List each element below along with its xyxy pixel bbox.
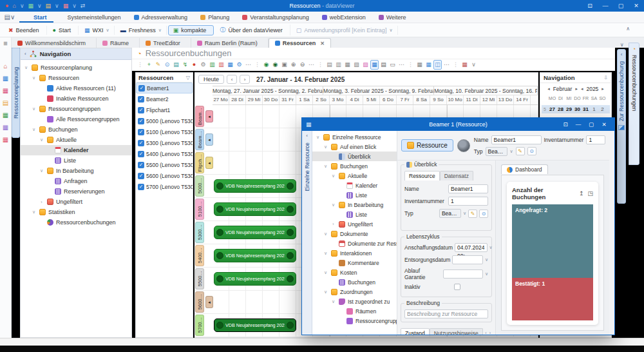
prev-period-button[interactable]: ‹: [227, 75, 237, 84]
tab-scroll-next-icon[interactable]: ›: [489, 331, 491, 335]
booking-event-bar[interactable]: VDB Neujahresempfang 2025 - 0%: [214, 272, 296, 286]
prev-year-icon[interactable]: ◂: [581, 86, 583, 92]
dialog-window-control-button[interactable]: ▢: [585, 121, 598, 128]
tree-expander-icon[interactable]: ∨: [330, 173, 336, 179]
rail-app-icon[interactable]: ▦: [3, 124, 8, 131]
row-resource-label[interactable]: Flipch…: [195, 152, 204, 173]
rail-app-icon[interactable]: ⌂: [3, 63, 7, 70]
day-header-cell[interactable]: 3 Mo: [330, 95, 346, 104]
back-to-booking-strip[interactable]: ‹ Zur Ressourcenbuchung: [617, 49, 626, 204]
window-control-button[interactable]: ⊡: [582, 3, 598, 9]
dashboard-tab[interactable]: Dashboard: [501, 164, 548, 174]
checkbox-checked-icon[interactable]: ✓: [138, 85, 145, 92]
tree-item[interactable]: ∨ Ressourcenplanung: [21, 63, 131, 73]
ribbon-tab[interactable]: Weitere: [372, 12, 413, 23]
rail-app-icon[interactable]: ▦: [3, 88, 8, 94]
toolbar-icon[interactable]: ▦: [424, 61, 433, 69]
quick-access-icon[interactable]: ∨: [72, 3, 77, 9]
type-select[interactable]: Bea…: [486, 147, 507, 156]
toolbar-icon[interactable]: ⋯: [397, 61, 406, 69]
ribbon-tab[interactable]: Systemeinstellungen: [53, 12, 128, 23]
ribbon-tab[interactable]: webExtension: [316, 12, 372, 23]
booking-event-bar[interactable]: VDB Neujahresempfang 2025 - 0%: [214, 202, 296, 216]
tree-expander-icon[interactable]: ∨: [31, 75, 37, 81]
tree-expander-icon[interactable]: ›: [330, 222, 336, 226]
day-header-cell[interactable]: 5 Mi: [363, 95, 380, 104]
tree-item[interactable]: ∨ In Bearbeitung: [21, 166, 131, 176]
toolbar-icon[interactable]: ⊕: [289, 61, 298, 69]
resource-list-item[interactable]: ✓ 5000 (Lenovo T530): [136, 115, 193, 126]
ribbon-action-button[interactable]: ▣ kompakte: [168, 25, 214, 35]
next-month-icon[interactable]: ▸: [575, 86, 578, 92]
close-icon[interactable]: ✕: [320, 41, 325, 46]
prev-month-icon[interactable]: ◂: [547, 86, 550, 92]
treemap-segment[interactable]: Angefragt: 2: [512, 204, 593, 278]
tree-expander-icon[interactable]: ∨: [323, 231, 328, 237]
toolbar-icon[interactable]: ▭: [388, 61, 397, 69]
tree-item[interactable]: ∨ Kosten: [312, 268, 397, 277]
form-tab[interactable]: Nutzungshinweise: [430, 328, 483, 335]
tree-item[interactable]: ∨ Auf einen Blick: [312, 142, 397, 152]
chevron-down-icon[interactable]: ∨: [510, 149, 513, 154]
ribbon-action-button[interactable]: ● Start: [48, 26, 79, 35]
toolbar-icon[interactable]: +: [145, 61, 153, 69]
window-control-button[interactable]: ✕: [629, 3, 644, 9]
inventory-number-field[interactable]: 1: [586, 135, 605, 144]
toolbar-icon[interactable]: ⋯: [244, 61, 252, 69]
toolbar-icon[interactable]: ▤: [379, 61, 388, 69]
tab-scroll-prev-icon[interactable]: ‹: [485, 331, 486, 335]
tree-item[interactable]: ∨ Interaktionen: [312, 248, 397, 258]
tree-item[interactable]: Kalender: [312, 181, 397, 190]
tree-expander-icon[interactable]: ∨: [323, 164, 328, 169]
toolbar-icon[interactable]: ▦: [460, 61, 469, 69]
tree-item[interactable]: Liste: [21, 155, 131, 166]
quick-access-icon[interactable]: ⌂: [12, 3, 15, 9]
document-tab[interactable]: TreeEditor: [140, 38, 191, 48]
toolbar-icon[interactable]: ▧: [352, 61, 361, 69]
day-header-cell[interactable]: 11 Di: [464, 95, 480, 104]
calendar-day[interactable]: 30: [573, 105, 582, 113]
tree-expander-icon[interactable]: ∨: [323, 270, 328, 275]
fullscreen-icon[interactable]: ◳: [587, 190, 593, 197]
resource-list-item[interactable]: ✓ 5300 (Lenovo T530): [136, 137, 193, 148]
tree-item[interactable]: ∨ Ressourcen: [21, 73, 131, 83]
tree-item[interactable]: Kommentare: [312, 258, 397, 268]
tree-item[interactable]: Anfragen: [21, 176, 131, 186]
quick-access-icon[interactable]: ∨: [20, 3, 24, 9]
quick-access-icon[interactable]: ⇄: [80, 3, 86, 9]
day-header-cell[interactable]: 10 Mo: [447, 95, 464, 104]
calendar-day[interactable]: 27: [548, 105, 556, 113]
pin-icon[interactable]: ⇩: [603, 75, 608, 81]
tree-expander-icon[interactable]: ∨: [23, 65, 29, 70]
ribbon-action-button[interactable]: ✖ Beenden: [4, 26, 47, 35]
toolbar-icon[interactable]: ⋯: [442, 61, 451, 69]
resource-list-item[interactable]: ✓ 5600 (Lenovo T530): [136, 170, 193, 181]
next-year-icon[interactable]: ▸: [601, 86, 604, 92]
toolbar-icon[interactable]: ◫: [433, 60, 442, 70]
resource-type-chip[interactable]: Ressource: [401, 139, 453, 152]
toolbar-icon[interactable]: ●: [190, 61, 198, 69]
booking-event-bar[interactable]: VDB Neujahresempfang 2025 - 0%: [214, 318, 296, 332]
tree-expander-icon[interactable]: ∨: [330, 299, 336, 304]
rail-app-icon[interactable]: ▤: [3, 100, 8, 106]
next-period-button[interactable]: ›: [240, 75, 250, 84]
edit-type-button[interactable]: ✎: [468, 210, 477, 218]
form-tab[interactable]: Zustand: [401, 328, 430, 335]
document-tab[interactable]: Ressourcen ✕: [269, 38, 331, 48]
tree-item[interactable]: ∨ Ressourcengruppen: [21, 104, 131, 114]
toolbar-icon[interactable]: ⋮: [253, 61, 261, 69]
toolbar-icon[interactable]: ▦: [343, 61, 352, 69]
tree-item[interactable]: Alle Ressourcengruppen: [21, 114, 131, 124]
checkbox-checked-icon[interactable]: ✓: [138, 96, 144, 103]
collapse-icon[interactable]: ‹: [621, 52, 623, 57]
row-marker-chip[interactable]: ◂: [205, 157, 213, 169]
file-menu-button[interactable]: ▤∨: [0, 14, 19, 21]
export-icon[interactable]: ↥: [579, 190, 584, 197]
day-header-cell[interactable]: 1 Sa: [296, 95, 313, 104]
resource-list-item[interactable]: ✓ Beamer1: [136, 83, 193, 93]
search-type-button[interactable]: ⊙: [527, 147, 536, 155]
row-resource-label[interactable]: Beam…: [195, 129, 204, 150]
toolbar-icon[interactable]: ⊙: [163, 61, 171, 69]
quick-access-icon[interactable]: ▦: [63, 3, 69, 9]
tree-item[interactable]: ∨ Ist zugeordnet zu: [312, 297, 397, 306]
